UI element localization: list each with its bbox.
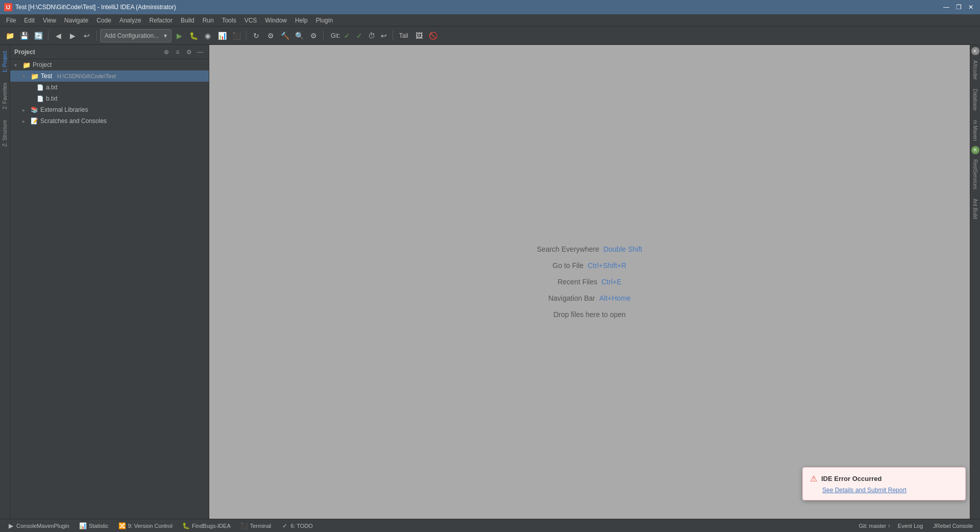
error-popup-link[interactable]: See Details and Submit Report <box>822 487 958 494</box>
hint-goto-label: Go to File <box>553 261 584 270</box>
git-history-button[interactable]: ⏱ <box>366 30 377 41</box>
git-label: Git: <box>331 32 340 39</box>
settings-button[interactable]: ⚙ <box>307 29 320 42</box>
toggle-button[interactable]: ⚙ <box>264 29 277 42</box>
run-button[interactable]: ▶ <box>173 29 186 42</box>
status-findbugs[interactable]: 🐛 FindBugs-IDEA <box>180 521 234 530</box>
panel-settings-button[interactable]: ⚙ <box>184 47 193 57</box>
todo-icon: ✓ <box>281 522 288 529</box>
hint-goto: Go to File Ctrl+Shift+R <box>553 261 627 270</box>
rerun-button[interactable]: ↻ <box>250 29 263 42</box>
revert-button[interactable]: ↩ <box>80 29 93 42</box>
tree-scratches-consoles[interactable]: ▸ 📝 Scratches and Consoles <box>10 115 209 127</box>
minimize-button[interactable]: — <box>941 2 951 12</box>
sidebar-item-ant-build[interactable]: Ant Build <box>971 195 979 223</box>
sidebar-item-axcoder[interactable]: AXcoder <box>971 56 979 84</box>
main-layout: 1: Project 2: Favorites Z: Structure Pro… <box>0 45 980 519</box>
screen-button[interactable]: 🖼 <box>412 29 426 42</box>
menu-code[interactable]: Code <box>92 16 115 25</box>
dropdown-arrow-icon: ▾ <box>164 32 167 39</box>
menu-vcs[interactable]: VCS <box>240 16 261 25</box>
menu-build[interactable]: Build <box>177 16 199 25</box>
sidebar-item-project[interactable]: 1: Project <box>1 47 9 77</box>
tree-file-b[interactable]: 📄 b.txt <box>10 93 209 104</box>
tree-root-project[interactable]: ▾ 📁 Project <box>10 59 209 70</box>
status-event-log[interactable]: Event Log <box>895 522 926 530</box>
tree-external-libraries[interactable]: ▸ 📚 External Libraries <box>10 104 209 115</box>
run-config-dropdown[interactable]: Add Configuration... ▾ <box>100 29 172 42</box>
back-button[interactable]: ◀ <box>52 29 65 42</box>
project-panel: Project ⊕ ≡ ⚙ — ▾ 📁 Project ▾ 📁 Test H:\… <box>10 45 209 519</box>
tail-label-btn[interactable]: Tail <box>396 29 411 42</box>
menu-help[interactable]: Help <box>291 16 312 25</box>
status-version-control[interactable]: 🔀 9: Version Control <box>115 521 175 530</box>
status-todo[interactable]: ✓ 6: TODO <box>278 521 316 530</box>
restservices-button[interactable]: R <box>971 146 979 154</box>
collapse-all-button[interactable]: ≡ <box>173 47 182 57</box>
menu-view[interactable]: View <box>39 16 60 25</box>
menu-navigate[interactable]: Navigate <box>60 16 92 25</box>
terminal-icon: ⬛ <box>241 522 248 529</box>
status-bar: ▶ ConsoleMavenPlugin 📊 Statistic 🔀 9: Ve… <box>0 519 980 532</box>
do-not-disturb-button[interactable]: 🚫 <box>427 29 440 42</box>
sidebar-item-database[interactable]: Database <box>971 85 979 115</box>
search-button[interactable]: 🔍 <box>292 29 306 42</box>
menu-refactor[interactable]: Refactor <box>145 16 177 25</box>
git-check-button[interactable]: ✓ <box>341 30 353 41</box>
open-folder-button[interactable]: 📁 <box>3 29 16 42</box>
run-with-coverage-button[interactable]: ◉ <box>201 29 214 42</box>
stop-button[interactable]: ⬛ <box>230 29 243 42</box>
error-popup-title: IDE Error Occurred <box>821 475 882 482</box>
panel-close-button[interactable]: — <box>195 47 205 57</box>
findbugs-icon: 🐛 <box>183 522 190 529</box>
app-icon: IJ <box>4 3 12 11</box>
status-console-maven[interactable]: ▶ ConsoleMavenPlugin <box>4 521 72 530</box>
toolbar: 📁 💾 🔄 ◀ ▶ ↩ Add Configuration... ▾ ▶ 🐛 ◉… <box>0 27 980 45</box>
keymap-editor-button[interactable]: K <box>971 47 979 55</box>
build-project-button[interactable]: 🔨 <box>278 29 291 42</box>
toolbar-sep-2 <box>96 31 97 41</box>
sidebar-item-favorites[interactable]: 2: Favorites <box>1 79 9 113</box>
event-log-label: Event Log <box>898 523 923 529</box>
save-button[interactable]: 💾 <box>17 29 31 42</box>
file-tree: ▾ 📁 Project ▾ 📁 Test H:\CSDN\Git\Code\Te… <box>10 59 209 519</box>
menu-edit[interactable]: Edit <box>20 16 39 25</box>
maximize-button[interactable]: ❐ <box>953 2 964 12</box>
menu-tools[interactable]: Tools <box>218 16 240 25</box>
status-terminal[interactable]: ⬛ Terminal <box>238 521 275 530</box>
forward-button[interactable]: ▶ <box>66 29 79 42</box>
menu-window[interactable]: Window <box>261 16 291 25</box>
version-control-icon: 🔀 <box>118 522 126 529</box>
git-commit-button[interactable]: ✓ <box>354 30 365 41</box>
file-icon-a: 📄 <box>37 84 44 91</box>
tree-test-folder[interactable]: ▾ 📁 Test H:\CSDN\Git\Code\Test <box>10 70 209 82</box>
jrebel-console-label: JRebel Console <box>933 523 973 529</box>
debug-button[interactable]: 🐛 <box>187 29 200 42</box>
expand-icon-a <box>29 85 35 90</box>
status-statistic[interactable]: 📊 Statistic <box>77 521 112 530</box>
sync-button[interactable]: 🔄 <box>32 29 45 42</box>
git-rollback-button[interactable]: ↩ <box>378 30 389 41</box>
status-findbugs-label: FindBugs-IDEA <box>192 523 231 529</box>
locate-file-button[interactable]: ⊕ <box>162 47 171 57</box>
menu-plugin[interactable]: Plugin <box>312 16 337 25</box>
sidebar-item-restservices[interactable]: RestServices <box>971 155 979 194</box>
tree-file-a[interactable]: 📄 a.txt <box>10 82 209 93</box>
close-button[interactable]: ✕ <box>966 2 976 12</box>
status-terminal-label: Terminal <box>250 523 272 529</box>
sidebar-item-structure[interactable]: Z: Structure <box>1 116 9 151</box>
status-jrebel-console[interactable]: JRebel Console <box>930 522 976 530</box>
ext-lib-label: External Libraries <box>40 106 88 113</box>
sidebar-item-maven[interactable]: m Maven <box>971 116 979 145</box>
left-tab-bar: 1: Project 2: Favorites Z: Structure <box>0 45 10 519</box>
menu-run[interactable]: Run <box>199 16 218 25</box>
hint-nav-label: Navigation Bar <box>548 294 595 302</box>
hint-recent: Recent Files Ctrl+E <box>557 278 621 286</box>
profile-button[interactable]: 📊 <box>215 29 229 42</box>
status-bar-right: Git: master ↑ Event Log JRebel Console <box>859 522 976 530</box>
menu-file[interactable]: File <box>2 16 20 25</box>
file-a-label: a.txt <box>46 84 58 91</box>
file-icon-b: 📄 <box>37 95 44 102</box>
menu-analyze[interactable]: Analyze <box>115 16 145 25</box>
editor-area: Search Everywhere Double Shift Go to Fil… <box>209 45 970 519</box>
